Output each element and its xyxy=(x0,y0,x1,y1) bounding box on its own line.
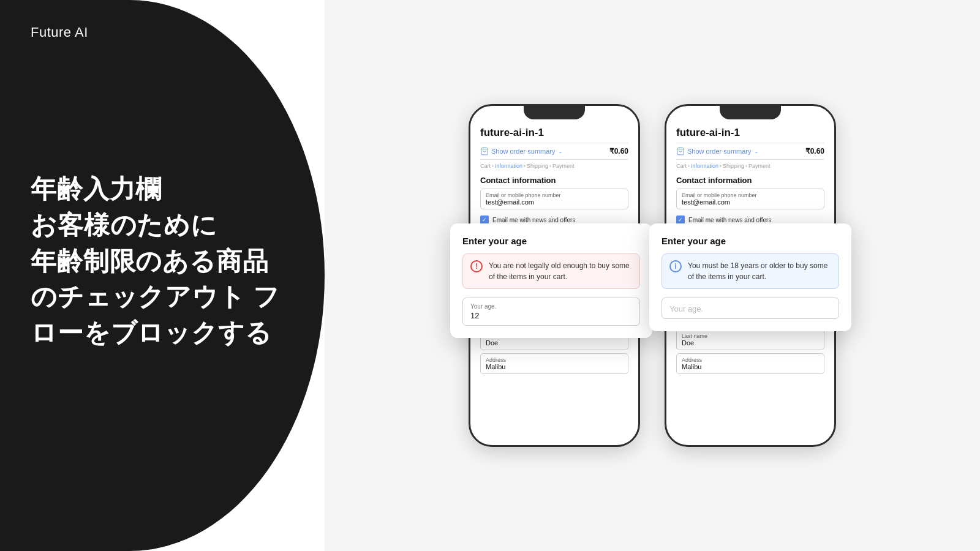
age-input-label-1: Your age. xyxy=(470,303,632,310)
info-icon-2: i xyxy=(669,260,682,272)
alert-text-1: You are not legally old enough to buy so… xyxy=(489,260,632,282)
phone-notch-2 xyxy=(720,106,781,119)
order-amount-2: ₹0.60 xyxy=(805,147,824,156)
order-summary-text-2: Show order summary xyxy=(687,148,752,155)
checkbox-icon-1 xyxy=(480,216,489,224)
phone-mockup-2: future-ai-in-1 Show order summary ⌄ ₹0.6… xyxy=(665,104,836,447)
age-input-value-1: 12 xyxy=(470,311,632,320)
phone-2-store-name: future-ai-in-1 xyxy=(676,119,824,143)
popup-title-1: Enter your age xyxy=(462,236,640,246)
breadcrumb-cart-2: Cart xyxy=(676,163,687,169)
shipping-address-2: Address Malibu xyxy=(676,353,824,374)
email-value-1: test@email.com xyxy=(486,198,623,206)
chevron-down-icon-1: ⌄ xyxy=(558,148,563,154)
alert-text-2: You must be 18 years or older to buy som… xyxy=(688,260,831,282)
popup-card-1: Enter your age ! You are not legally old… xyxy=(450,223,652,338)
lastname-value-2: Doe xyxy=(682,339,819,347)
shipping-address-1: Address Malibu xyxy=(480,353,628,374)
checkbox-icon-2 xyxy=(676,216,685,224)
error-icon-1: ! xyxy=(470,260,483,272)
email-field-1: Email or mobile phone number test@email.… xyxy=(480,189,628,209)
order-amount-1: ₹0.60 xyxy=(609,147,628,156)
checkbox-label-1: Email me with news and offers xyxy=(492,217,575,223)
contact-section-title-2: Contact information xyxy=(676,172,824,189)
breadcrumb-payment-1: Payment xyxy=(552,163,575,169)
contact-section-title-1: Contact information xyxy=(480,172,628,189)
phone-1-store-name: future-ai-in-1 xyxy=(480,119,628,143)
age-input-placeholder-2: Your age. xyxy=(669,304,831,313)
alert-box-info-2: i You must be 18 years or older to buy s… xyxy=(662,253,839,289)
headline: 年齢入力欄お客様のために年齢制限のある商品のチェックアウト フローをブロックする xyxy=(31,171,280,351)
breadcrumb-shipping-1: Shipping xyxy=(527,163,548,169)
breadcrumb-shipping-2: Shipping xyxy=(723,163,744,169)
popup-title-2: Enter your age xyxy=(662,236,839,246)
email-value-2: test@email.com xyxy=(682,198,819,206)
alert-box-error-1: ! You are not legally old enough to buy … xyxy=(462,253,640,289)
order-summary-left-1: Show order summary ⌄ xyxy=(480,147,563,156)
breadcrumb-1: Cart › Information › Shipping › Payment xyxy=(480,160,628,172)
logo: Future AI xyxy=(31,24,88,40)
right-panel: future-ai-in-1 Show order summary ⌄ ₹0.6… xyxy=(325,0,980,551)
order-summary-bar-2: Show order summary ⌄ ₹0.60 xyxy=(676,143,824,160)
order-summary-left-2: Show order summary ⌄ xyxy=(676,147,759,156)
left-panel: Future AI 年齢入力欄お客様のために年齢制限のある商品のチェックアウト … xyxy=(0,0,325,551)
address-value-1: Malibu xyxy=(486,363,623,370)
age-input-field-2[interactable]: Your age. xyxy=(662,298,839,319)
phone-2-screen: future-ai-in-1 Show order summary ⌄ ₹0.6… xyxy=(666,119,834,227)
cart-icon-2 xyxy=(676,147,685,156)
phone-1-screen: future-ai-in-1 Show order summary ⌄ ₹0.6… xyxy=(470,119,638,227)
phone-notch-1 xyxy=(524,106,585,119)
email-label-1: Email or mobile phone number xyxy=(486,192,623,198)
breadcrumb-info-2: Information xyxy=(691,163,718,169)
email-field-2: Email or mobile phone number test@email.… xyxy=(676,189,824,209)
phone-mockup-1: future-ai-in-1 Show order summary ⌄ ₹0.6… xyxy=(469,104,640,447)
age-input-field-1[interactable]: Your age. 12 xyxy=(462,298,640,326)
address-value-2: Malibu xyxy=(682,363,819,370)
checkbox-label-2: Email me with news and offers xyxy=(688,217,771,223)
breadcrumb-2: Cart › Information › Shipping › Payment xyxy=(676,160,824,172)
cart-icon-1 xyxy=(480,147,489,156)
order-summary-bar-1: Show order summary ⌄ ₹0.60 xyxy=(480,143,628,160)
popup-card-2: Enter your age i You must be 18 years or… xyxy=(649,223,851,331)
lastname-value-1: Doe xyxy=(486,339,623,347)
breadcrumb-payment-2: Payment xyxy=(748,163,771,169)
chevron-down-icon-2: ⌄ xyxy=(754,148,759,154)
address-label-1: Address xyxy=(486,357,623,363)
lastname-label-2: Last name xyxy=(682,333,819,339)
address-label-2: Address xyxy=(682,357,819,363)
shipping-lastname-2: Last name Doe xyxy=(676,329,824,350)
order-summary-text-1: Show order summary xyxy=(491,148,556,155)
email-label-2: Email or mobile phone number xyxy=(682,192,819,198)
breadcrumb-cart-1: Cart xyxy=(480,163,491,169)
breadcrumb-info-1: Information xyxy=(495,163,522,169)
